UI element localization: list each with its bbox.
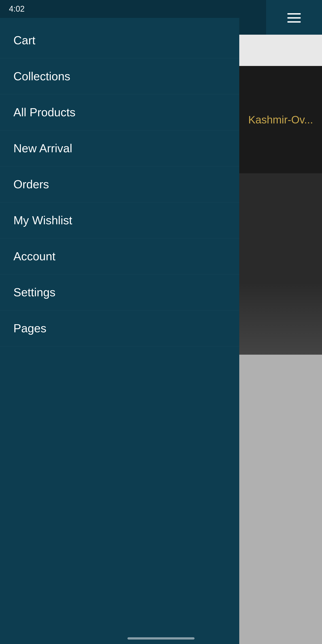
hamburger-button[interactable] [266,0,322,36]
sidebar-item-collections[interactable]: Collections [0,58,239,94]
sidebar-item-orders-label: Orders [14,178,49,191]
sidebar-item-new-arrival[interactable]: New Arrival [0,130,239,166]
hamburger-line-2 [287,17,301,18]
hamburger-line-1 [287,13,301,14]
sidebar-item-cart[interactable]: Cart [0,22,239,58]
sidebar-item-cart-label: Cart [14,34,35,47]
sidebar-item-account-label: Account [14,250,56,263]
sidebar-item-collections-label: Collections [14,70,70,83]
sidebar-item-account[interactable]: Account [0,238,239,274]
sidebar-status-bar: 4:02 [0,0,239,18]
sidebar-item-settings[interactable]: Settings [0,274,239,310]
sidebar-item-all-products-label: All Products [14,106,75,119]
sidebar-item-orders[interactable]: Orders [0,166,239,202]
sidebar-item-settings-label: Settings [14,286,56,299]
sidebar-item-my-wishlist-label: My Wishlist [14,214,72,227]
sidebar-time: 4:02 [9,4,24,14]
home-indicator [128,637,194,640]
sidebar-item-pages[interactable]: Pages [0,310,239,346]
sidebar-item-new-arrival-label: New Arrival [14,142,72,155]
sidebar-drawer: 4:02 Cart Collections All Products New A… [0,0,239,644]
hamburger-icon [287,13,301,22]
sidebar-item-all-products[interactable]: All Products [0,94,239,130]
sidebar-item-my-wishlist[interactable]: My Wishlist [0,202,239,238]
kashmir-text: Kashmir-Ov... [248,114,313,126]
hamburger-line-3 [287,21,301,22]
sidebar-item-pages-label: Pages [14,322,46,335]
sidebar-menu: Cart Collections All Products New Arriva… [0,18,239,351]
